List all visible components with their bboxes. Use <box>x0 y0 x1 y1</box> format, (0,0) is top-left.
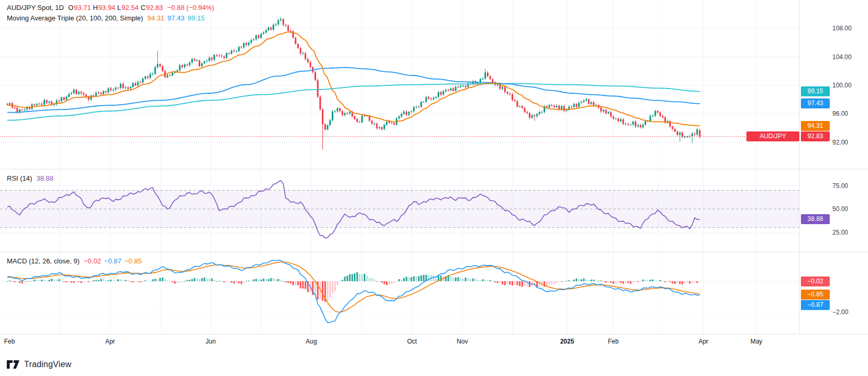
macd-histogram-bar <box>512 281 513 285</box>
macd-histogram-bar <box>388 281 390 284</box>
candle-body <box>381 127 383 129</box>
macd-histogram-bar <box>174 281 176 284</box>
macd-histogram-bar <box>396 281 397 282</box>
time-axis-label: Feb <box>608 338 619 345</box>
macd-histogram-bar <box>117 279 119 281</box>
macd-histogram-bar <box>627 281 629 283</box>
macd-histogram-bar <box>329 281 331 297</box>
candle-body <box>319 97 321 109</box>
candle-body <box>581 102 582 103</box>
candle-body <box>290 31 291 31</box>
macd-legend[interactable]: MACD (12, 26, close, 9) −0.02−0.87−0.85 <box>7 257 145 265</box>
candle-body <box>526 112 528 113</box>
candle-body <box>265 30 267 33</box>
macd-histogram-bar <box>164 279 166 281</box>
macd-histogram-bar <box>416 277 417 281</box>
candle-body <box>600 107 602 111</box>
macd-histogram-bar <box>337 281 338 285</box>
candle-body <box>81 92 82 94</box>
candle-body <box>68 94 70 97</box>
macd-histogram-bar <box>258 280 259 281</box>
macd-histogram-bar <box>364 274 365 281</box>
macd-histogram-bar <box>573 280 575 281</box>
macd-histogram-bar <box>339 281 341 282</box>
time-axis-label: Apr <box>105 338 115 345</box>
candle-body <box>48 102 50 103</box>
candle-body <box>462 86 464 86</box>
macd-histogram-bar <box>620 281 622 283</box>
candle-body <box>554 106 555 107</box>
candle-body <box>263 32 264 34</box>
candle-body <box>630 125 632 125</box>
macd-histogram-bar <box>31 281 33 281</box>
macd-histogram-bar <box>73 281 74 283</box>
symbol-title: AUD/JPY Spot, 1D <box>7 4 64 12</box>
macd-histogram-bar <box>384 281 385 284</box>
macd-histogram-bar <box>694 281 696 282</box>
macd-histogram-bar <box>391 281 393 284</box>
macd-histogram-bar <box>253 279 255 281</box>
macd-histogram-bar <box>359 274 361 281</box>
tradingview-attribution[interactable]: TradingView <box>7 360 71 369</box>
candle-body <box>189 62 190 65</box>
macd-histogram-bar <box>100 279 102 281</box>
candles <box>7 17 701 149</box>
macd-histogram-bar <box>674 281 676 284</box>
candle-body <box>139 82 141 82</box>
macd-histogram-bar <box>243 281 245 283</box>
candle-body <box>694 134 696 134</box>
macd-histogram-bar <box>285 281 287 282</box>
candle-body <box>213 55 215 60</box>
ma-legend[interactable]: Moving Average Triple (20, 100, 200, Sim… <box>7 14 208 22</box>
time-axis-label: Feb <box>4 338 15 345</box>
macd-histogram-bar <box>199 279 200 281</box>
candle-body <box>558 106 560 109</box>
candle-body <box>34 104 35 105</box>
macd-histogram-bar <box>366 276 368 281</box>
candle-body <box>408 112 410 115</box>
price-axis-label: 92.00 <box>832 139 848 146</box>
macd-histogram-bar <box>191 279 193 281</box>
macd-histogram-bar <box>157 279 158 281</box>
candle-body <box>152 74 154 74</box>
macd-histogram-bar <box>122 280 124 281</box>
candle-body <box>209 58 210 61</box>
chart-canvas[interactable] <box>0 0 868 376</box>
candle-body <box>410 112 412 112</box>
rsi-legend[interactable]: RSI (14) 38.88 <box>7 174 53 182</box>
macd-histogram-bar <box>494 281 496 282</box>
candle-body <box>418 107 419 107</box>
macd-histogram-bar <box>381 281 383 283</box>
macd-histogram-bar <box>500 281 501 283</box>
candle-body <box>16 108 18 112</box>
candle-body <box>85 95 87 97</box>
macd-histogram-bar <box>588 280 590 281</box>
macd-histogram-bar <box>53 280 55 281</box>
macd-histogram-bar <box>238 281 240 283</box>
candle-body <box>605 110 607 114</box>
macd-histogram-bar <box>273 278 274 281</box>
candle-body <box>226 53 227 58</box>
symbol-legend[interactable]: AUD/JPY Spot, 1D O93.71 H93.94 L92.54 C9… <box>7 4 214 12</box>
candle-body <box>465 86 466 87</box>
macd-histogram-bar <box>152 279 154 281</box>
candle-body <box>588 99 590 104</box>
macd-histogram-bar <box>16 281 18 282</box>
candle-body <box>285 25 287 26</box>
candle-body <box>14 107 16 108</box>
macd-histogram-bar <box>504 281 506 285</box>
macd-histogram-bar <box>413 277 415 281</box>
candle-body <box>679 132 681 135</box>
macd-signal-line <box>7 262 700 312</box>
macd-histogram-bar <box>346 275 348 281</box>
candle-body <box>349 112 351 113</box>
macd-histogram-bar <box>135 281 136 282</box>
macd-histogram-bar <box>655 281 656 281</box>
macd-histogram-bar <box>71 281 72 283</box>
macd-histogram-bar <box>127 280 129 281</box>
macd-histogram-bar <box>465 278 466 281</box>
tradingview-logo-icon <box>7 360 20 369</box>
candle-body <box>625 124 626 124</box>
candle-body <box>450 89 452 91</box>
macd-histogram-bar <box>581 279 582 281</box>
